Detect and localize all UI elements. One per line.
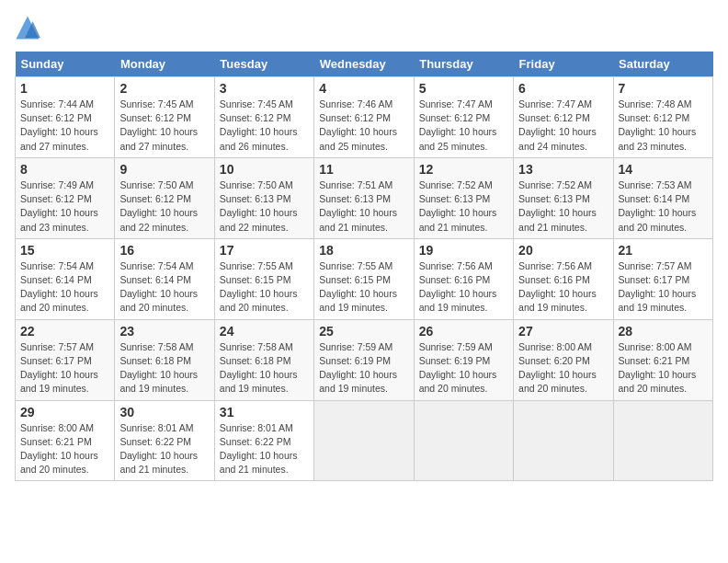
- day-number: 6: [518, 81, 608, 96]
- calendar-week-row: 15Sunrise: 7:54 AM Sunset: 6:14 PM Dayli…: [16, 238, 713, 319]
- day-number: 24: [220, 324, 309, 339]
- day-number: 7: [619, 81, 708, 96]
- calendar-day-cell: [414, 400, 513, 481]
- page-header: [15, 15, 713, 40]
- calendar-week-row: 29Sunrise: 8:00 AM Sunset: 6:21 PM Dayli…: [16, 400, 713, 481]
- weekday-header-cell: Monday: [115, 52, 214, 77]
- day-info: Sunrise: 7:55 AM Sunset: 6:15 PM Dayligh…: [220, 259, 309, 316]
- day-info: Sunrise: 7:54 AM Sunset: 6:14 PM Dayligh…: [20, 259, 109, 316]
- day-number: 31: [220, 405, 309, 419]
- day-info: Sunrise: 7:52 AM Sunset: 6:13 PM Dayligh…: [419, 178, 508, 235]
- day-info: Sunrise: 7:50 AM Sunset: 6:13 PM Dayligh…: [220, 178, 309, 235]
- calendar-day-cell: 21Sunrise: 7:57 AM Sunset: 6:17 PM Dayli…: [613, 238, 712, 319]
- day-number: 10: [220, 162, 309, 177]
- calendar-day-cell: [613, 400, 712, 481]
- calendar-day-cell: 22Sunrise: 7:57 AM Sunset: 6:17 PM Dayli…: [16, 319, 115, 400]
- weekday-header-cell: Tuesday: [214, 52, 313, 77]
- day-number: 22: [20, 324, 109, 339]
- calendar-day-cell: 16Sunrise: 7:54 AM Sunset: 6:14 PM Dayli…: [115, 238, 214, 319]
- calendar-day-cell: 25Sunrise: 7:59 AM Sunset: 6:19 PM Dayli…: [314, 319, 414, 400]
- weekday-header-cell: Friday: [514, 52, 613, 77]
- calendar-day-cell: 18Sunrise: 7:55 AM Sunset: 6:15 PM Dayli…: [314, 238, 414, 319]
- calendar-day-cell: 17Sunrise: 7:55 AM Sunset: 6:15 PM Dayli…: [214, 238, 313, 319]
- calendar-day-cell: 9Sunrise: 7:50 AM Sunset: 6:12 PM Daylig…: [115, 157, 214, 238]
- day-info: Sunrise: 7:46 AM Sunset: 6:12 PM Dayligh…: [319, 98, 408, 154]
- calendar-day-cell: 24Sunrise: 7:58 AM Sunset: 6:18 PM Dayli…: [214, 319, 313, 400]
- day-info: Sunrise: 7:44 AM Sunset: 6:12 PM Dayligh…: [20, 98, 109, 154]
- day-number: 4: [319, 81, 408, 96]
- calendar-day-cell: 31Sunrise: 8:01 AM Sunset: 6:22 PM Dayli…: [214, 400, 313, 481]
- day-info: Sunrise: 7:49 AM Sunset: 6:12 PM Dayligh…: [20, 178, 109, 235]
- day-number: 18: [319, 243, 408, 258]
- day-number: 27: [518, 324, 608, 339]
- weekday-header-cell: Sunday: [16, 52, 115, 77]
- calendar-table: SundayMondayTuesdayWednesdayThursdayFrid…: [15, 52, 713, 481]
- calendar-body: 1Sunrise: 7:44 AM Sunset: 6:12 PM Daylig…: [16, 77, 713, 481]
- calendar-day-cell: 14Sunrise: 7:53 AM Sunset: 6:14 PM Dayli…: [613, 157, 712, 238]
- calendar-day-cell: 29Sunrise: 8:00 AM Sunset: 6:21 PM Dayli…: [16, 400, 115, 481]
- day-number: 8: [20, 162, 109, 177]
- day-info: Sunrise: 8:00 AM Sunset: 6:21 PM Dayligh…: [619, 340, 708, 396]
- calendar-day-cell: [314, 400, 414, 481]
- day-info: Sunrise: 7:50 AM Sunset: 6:12 PM Dayligh…: [119, 178, 209, 235]
- day-number: 20: [518, 243, 608, 258]
- day-info: Sunrise: 7:53 AM Sunset: 6:14 PM Dayligh…: [619, 178, 708, 235]
- day-number: 2: [119, 81, 209, 96]
- calendar-day-cell: 10Sunrise: 7:50 AM Sunset: 6:13 PM Dayli…: [214, 157, 313, 238]
- calendar-day-cell: 13Sunrise: 7:52 AM Sunset: 6:13 PM Dayli…: [514, 157, 613, 238]
- weekday-header-cell: Thursday: [414, 52, 513, 77]
- weekday-header-cell: Wednesday: [314, 52, 414, 77]
- day-number: 9: [119, 162, 209, 177]
- day-number: 12: [419, 162, 508, 177]
- calendar-day-cell: 23Sunrise: 7:58 AM Sunset: 6:18 PM Dayli…: [115, 319, 214, 400]
- calendar-day-cell: 1Sunrise: 7:44 AM Sunset: 6:12 PM Daylig…: [16, 77, 115, 158]
- calendar-day-cell: 6Sunrise: 7:47 AM Sunset: 6:12 PM Daylig…: [514, 77, 613, 158]
- weekday-header-row: SundayMondayTuesdayWednesdayThursdayFrid…: [16, 52, 713, 77]
- calendar-day-cell: [514, 400, 613, 481]
- day-info: Sunrise: 7:54 AM Sunset: 6:14 PM Dayligh…: [119, 259, 209, 316]
- calendar-day-cell: 26Sunrise: 7:59 AM Sunset: 6:19 PM Dayli…: [414, 319, 513, 400]
- calendar-week-row: 8Sunrise: 7:49 AM Sunset: 6:12 PM Daylig…: [16, 157, 713, 238]
- calendar-day-cell: 2Sunrise: 7:45 AM Sunset: 6:12 PM Daylig…: [115, 77, 214, 158]
- day-number: 16: [119, 243, 209, 258]
- calendar-day-cell: 15Sunrise: 7:54 AM Sunset: 6:14 PM Dayli…: [16, 238, 115, 319]
- day-info: Sunrise: 7:55 AM Sunset: 6:15 PM Dayligh…: [319, 259, 408, 316]
- day-number: 14: [619, 162, 708, 177]
- calendar-day-cell: 5Sunrise: 7:47 AM Sunset: 6:12 PM Daylig…: [414, 77, 513, 158]
- day-number: 29: [20, 405, 109, 419]
- calendar-week-row: 22Sunrise: 7:57 AM Sunset: 6:17 PM Dayli…: [16, 319, 713, 400]
- calendar-day-cell: 11Sunrise: 7:51 AM Sunset: 6:13 PM Dayli…: [314, 157, 414, 238]
- day-info: Sunrise: 7:47 AM Sunset: 6:12 PM Dayligh…: [419, 98, 508, 154]
- day-info: Sunrise: 7:47 AM Sunset: 6:12 PM Dayligh…: [518, 98, 608, 154]
- day-number: 13: [518, 162, 608, 177]
- day-info: Sunrise: 7:58 AM Sunset: 6:18 PM Dayligh…: [119, 340, 209, 396]
- day-info: Sunrise: 7:56 AM Sunset: 6:16 PM Dayligh…: [419, 259, 508, 316]
- day-number: 1: [20, 81, 109, 96]
- weekday-header-cell: Saturday: [613, 52, 712, 77]
- calendar-day-cell: 8Sunrise: 7:49 AM Sunset: 6:12 PM Daylig…: [16, 157, 115, 238]
- day-number: 17: [220, 243, 309, 258]
- calendar-day-cell: 12Sunrise: 7:52 AM Sunset: 6:13 PM Dayli…: [414, 157, 513, 238]
- logo-icon: [15, 15, 40, 40]
- calendar-day-cell: 3Sunrise: 7:45 AM Sunset: 6:12 PM Daylig…: [214, 77, 313, 158]
- day-info: Sunrise: 7:59 AM Sunset: 6:19 PM Dayligh…: [319, 340, 408, 396]
- day-number: 19: [419, 243, 508, 258]
- calendar-day-cell: 28Sunrise: 8:00 AM Sunset: 6:21 PM Dayli…: [613, 319, 712, 400]
- day-number: 23: [119, 324, 209, 339]
- day-number: 21: [619, 243, 708, 258]
- day-info: Sunrise: 7:52 AM Sunset: 6:13 PM Dayligh…: [518, 178, 608, 235]
- day-info: Sunrise: 8:01 AM Sunset: 6:22 PM Dayligh…: [220, 421, 309, 477]
- calendar-day-cell: 30Sunrise: 8:01 AM Sunset: 6:22 PM Dayli…: [115, 400, 214, 481]
- day-info: Sunrise: 8:00 AM Sunset: 6:20 PM Dayligh…: [518, 340, 608, 396]
- day-info: Sunrise: 7:57 AM Sunset: 6:17 PM Dayligh…: [20, 340, 109, 396]
- day-number: 11: [319, 162, 408, 177]
- day-info: Sunrise: 8:01 AM Sunset: 6:22 PM Dayligh…: [119, 421, 209, 477]
- day-number: 25: [319, 324, 408, 339]
- day-info: Sunrise: 7:57 AM Sunset: 6:17 PM Dayligh…: [619, 259, 708, 316]
- day-info: Sunrise: 7:48 AM Sunset: 6:12 PM Dayligh…: [619, 98, 708, 154]
- day-number: 15: [20, 243, 109, 258]
- day-number: 26: [419, 324, 508, 339]
- day-info: Sunrise: 7:58 AM Sunset: 6:18 PM Dayligh…: [220, 340, 309, 396]
- day-number: 3: [220, 81, 309, 96]
- day-info: Sunrise: 7:59 AM Sunset: 6:19 PM Dayligh…: [419, 340, 508, 396]
